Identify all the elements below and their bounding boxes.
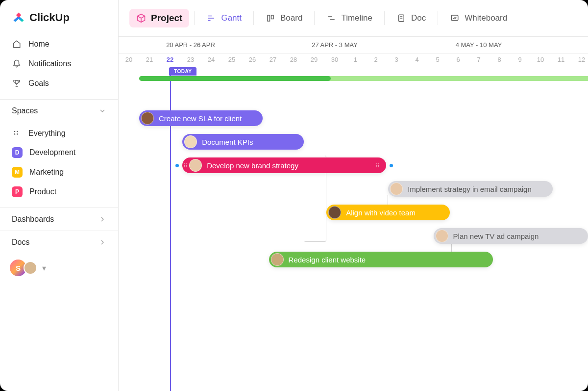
day-cell: 10 <box>530 53 551 66</box>
space-item-marketing[interactable]: MMarketing <box>6 162 112 182</box>
day-cell: 22 <box>160 53 180 66</box>
chevron-down-icon <box>98 107 106 115</box>
day-cell: 20 <box>119 53 139 66</box>
avatar <box>24 261 37 275</box>
view-doc[interactable]: Doc <box>390 9 433 27</box>
space-everything[interactable]: Everything <box>6 124 112 143</box>
task-row: Implement strategy in email campaign <box>119 181 588 205</box>
task-bar[interactable]: Create new SLA for client <box>139 110 263 126</box>
view-board[interactable]: Board <box>259 9 309 27</box>
drag-handle-icon[interactable] <box>376 163 379 167</box>
task-bar[interactable]: Redesign client website <box>269 252 493 267</box>
view-label: Project <box>151 13 182 24</box>
task-bar[interactable]: Document KPIs <box>182 134 304 150</box>
brand-logo[interactable]: ClickUp <box>0 0 118 34</box>
task-label: Document KPIs <box>202 138 253 146</box>
dependency-dot[interactable] <box>175 164 179 167</box>
day-cell: 23 <box>180 53 201 66</box>
week-header: 4 MAY - 10 MAY <box>407 37 551 53</box>
trophy-icon <box>12 78 22 88</box>
section-label: Docs <box>12 238 29 247</box>
space-badge: M <box>12 167 23 178</box>
section-spaces[interactable]: Spaces <box>0 99 118 122</box>
view-timeline[interactable]: Timeline <box>319 9 379 27</box>
day-cell: 21 <box>139 53 160 66</box>
task-row: Redesign client website <box>119 252 588 275</box>
view-label: Whiteboard <box>465 13 507 23</box>
day-cell: 1 <box>345 53 366 66</box>
day-cell: 9 <box>510 53 530 66</box>
svg-rect-7 <box>268 15 270 21</box>
day-cell: 30 <box>324 53 345 66</box>
brand-name: ClickUp <box>29 11 70 24</box>
day-cell: 2 <box>366 53 386 66</box>
day-cell: 8 <box>489 53 510 66</box>
separator <box>253 11 254 25</box>
nav-home[interactable]: Home <box>6 34 112 54</box>
day-cell: 7 <box>468 53 489 66</box>
space-label: Development <box>29 148 75 157</box>
view-label: Board <box>280 13 302 23</box>
task-label: Redesign client website <box>289 256 366 264</box>
task-row: Develop new brand strategy <box>119 157 588 181</box>
task-row: Create new SLA for client <box>119 110 588 134</box>
task-label: Implement strategy in email campaign <box>408 185 532 193</box>
task-bars: Create new SLA for clientDocument KPIsDe… <box>119 110 588 275</box>
space-label: Marketing <box>29 168 64 177</box>
main-content: Project GanttBoardTimelineDocWhiteboard … <box>119 0 588 391</box>
day-cell: 29 <box>304 53 324 66</box>
home-icon <box>12 39 22 49</box>
day-cell: 27 <box>263 53 283 66</box>
day-cell: 11 <box>551 53 571 66</box>
space-item-product[interactable]: PProduct <box>6 182 112 202</box>
nav-label: Notifications <box>28 59 71 68</box>
day-cell: 26 <box>242 53 263 66</box>
nav-main: Home Notifications Goals <box>0 34 118 99</box>
svg-point-2 <box>14 133 16 135</box>
task-bar[interactable]: Align with video team <box>326 205 450 220</box>
svg-point-1 <box>17 131 18 132</box>
space-badge: P <box>12 186 23 197</box>
sidebar: ClickUp Home Notifications Goals Spaces <box>0 0 119 391</box>
days-header: 2021222324252627282930123456789101112 <box>119 53 588 66</box>
chevron-right-icon <box>98 238 106 246</box>
project-button[interactable]: Project <box>129 9 189 27</box>
space-item-development[interactable]: DDevelopment <box>6 143 112 162</box>
view-toolbar: Project GanttBoardTimelineDocWhiteboard <box>119 0 588 36</box>
view-label: Gantt <box>221 13 242 23</box>
user-switcher[interactable]: S ▾ <box>0 254 118 282</box>
task-bar[interactable]: Implement strategy in email campaign <box>388 181 553 197</box>
nav-label: Home <box>28 40 49 49</box>
task-label: Plan new TV ad campaign <box>453 232 539 240</box>
view-gantt[interactable]: Gantt <box>199 9 248 27</box>
avatar <box>271 253 284 266</box>
gantt-icon <box>206 13 216 23</box>
task-label: Develop new brand strategy <box>207 161 298 170</box>
dependency-dot[interactable] <box>390 164 393 167</box>
day-cell: 25 <box>221 53 242 66</box>
drag-handle-icon[interactable] <box>184 163 187 167</box>
nav-label: Goals <box>28 79 49 88</box>
task-row: Plan new TV ad campaign <box>119 228 588 252</box>
gantt-chart: 20 APR - 26 APR27 APR - 3 MAY4 MAY - 10 … <box>119 36 588 391</box>
day-cell: 6 <box>448 53 468 66</box>
svg-rect-8 <box>271 15 274 19</box>
section-docs[interactable]: Docs <box>0 231 118 254</box>
nav-goals[interactable]: Goals <box>6 74 112 93</box>
view-label: Timeline <box>341 13 372 23</box>
task-row: Align with video team <box>119 205 588 228</box>
nav-notifications[interactable]: Notifications <box>6 54 112 74</box>
doc-icon <box>396 13 406 23</box>
timeline-icon <box>326 13 336 23</box>
section-dashboards[interactable]: Dashboards <box>0 208 118 231</box>
task-bar[interactable]: Develop new brand strategy <box>182 157 386 173</box>
logo-icon <box>12 11 25 25</box>
task-label: Align with video team <box>346 209 416 217</box>
separator <box>438 11 438 25</box>
bell-icon <box>12 59 22 69</box>
view-whiteboard[interactable]: Whiteboard <box>443 9 514 27</box>
board-icon <box>266 13 275 23</box>
task-bar[interactable]: Plan new TV ad campaign <box>434 228 588 244</box>
task-row: Document KPIs <box>119 134 588 157</box>
grid-icon <box>12 129 22 138</box>
